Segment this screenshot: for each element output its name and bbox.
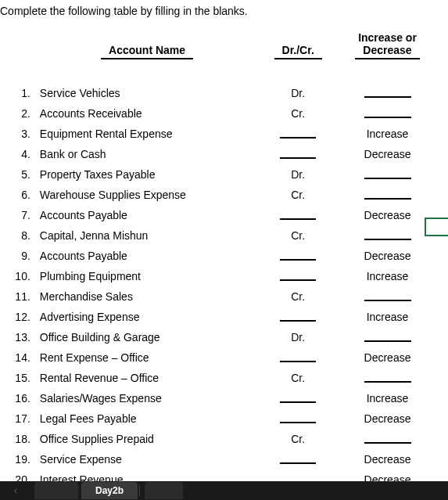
- table-row: 12.Advertising ExpenseIncrease: [0, 307, 438, 327]
- incdec-cell[interactable]: Decrease: [337, 449, 438, 469]
- worksheet-table: Account Name Dr./Cr. Increase or Decreas…: [0, 28, 438, 490]
- incdec-cell[interactable]: Decrease: [337, 408, 438, 429]
- blank-field[interactable]: [364, 196, 411, 200]
- blank-field[interactable]: [280, 135, 316, 138]
- row-number: 6.: [0, 185, 35, 205]
- drcr-cell[interactable]: Dr.: [259, 83, 337, 103]
- drcr-cell[interactable]: Cr.: [259, 225, 337, 246]
- account-name: Plumbing Equipment: [35, 266, 260, 286]
- row-number: 18.: [0, 429, 35, 449]
- incdec-cell[interactable]: [337, 429, 438, 449]
- drcr-cell[interactable]: [259, 408, 337, 429]
- blank-field[interactable]: [364, 379, 411, 383]
- incdec-cell[interactable]: [337, 327, 438, 347]
- row-number: 4.: [0, 144, 35, 164]
- account-name: Office Supplies Prepaid: [35, 429, 260, 449]
- drcr-cell[interactable]: Dr.: [259, 327, 337, 347]
- blank-field[interactable]: [280, 156, 316, 159]
- blank-field[interactable]: [364, 176, 411, 179]
- table-row: 9.Accounts PayableDecrease: [0, 246, 438, 266]
- blank-field[interactable]: [364, 298, 411, 301]
- tab-nav-prev[interactable]: ‹: [0, 485, 31, 496]
- blank-field[interactable]: [280, 318, 316, 322]
- blank-field[interactable]: [280, 420, 316, 423]
- account-name: Accounts Receivable: [35, 103, 260, 124]
- incdec-cell[interactable]: Decrease: [337, 205, 438, 225]
- table-row: 13.Office Building & GarageDr.: [0, 327, 438, 347]
- blank-field[interactable]: [280, 461, 316, 464]
- blank-field[interactable]: [280, 359, 316, 362]
- incdec-cell[interactable]: [337, 103, 438, 124]
- sheet-tab-next[interactable]: [145, 482, 183, 499]
- blank-field[interactable]: [280, 257, 316, 261]
- row-number: 14.: [0, 347, 35, 368]
- table-row: 15.Rental Revenue – OfficeCr.: [0, 368, 438, 388]
- account-name: Salaries/Wages Expense: [35, 388, 260, 408]
- blank-field[interactable]: [364, 237, 411, 240]
- table-row: 7.Accounts PayableDecrease: [0, 205, 438, 225]
- drcr-cell[interactable]: Cr.: [259, 368, 337, 388]
- account-name: Warehouse Supplies Expense: [35, 185, 260, 205]
- incdec-cell[interactable]: Increase: [337, 124, 438, 144]
- blank-field[interactable]: [364, 115, 411, 118]
- row-number: 16.: [0, 388, 35, 408]
- incdec-cell[interactable]: [337, 164, 438, 185]
- drcr-cell[interactable]: Cr.: [259, 185, 337, 205]
- header-incdec: Increase or Decrease: [337, 28, 438, 63]
- drcr-cell[interactable]: Cr.: [259, 286, 337, 307]
- drcr-cell[interactable]: [259, 347, 337, 368]
- blank-field[interactable]: [364, 339, 411, 342]
- drcr-cell[interactable]: [259, 144, 337, 164]
- incdec-cell[interactable]: [337, 225, 438, 246]
- header-row: Account Name Dr./Cr. Increase or Decreas…: [0, 28, 438, 63]
- incdec-cell[interactable]: Increase: [337, 307, 438, 327]
- incdec-cell[interactable]: Decrease: [337, 246, 438, 266]
- account-name: Service Vehicles: [35, 83, 260, 103]
- sheet-tab-active[interactable]: Day2b: [81, 482, 138, 499]
- table-row: 6.Warehouse Supplies ExpenseCr.: [0, 185, 438, 205]
- row-number: 2.: [0, 103, 35, 124]
- account-name: Equipment Rental Expense: [35, 124, 260, 144]
- account-name: Rent Expense – Office: [35, 347, 260, 368]
- drcr-cell[interactable]: Dr.: [259, 164, 337, 185]
- incdec-cell[interactable]: Increase: [337, 388, 438, 408]
- selected-cell-indicator[interactable]: [425, 218, 448, 236]
- blank-field[interactable]: [280, 400, 316, 403]
- table-row: 5.Property Taxes PayableDr.: [0, 164, 438, 185]
- incdec-cell[interactable]: [337, 286, 438, 307]
- account-name: Accounts Payable: [35, 205, 260, 225]
- account-name: Merchandise Sales: [35, 286, 260, 307]
- incdec-cell[interactable]: Increase: [337, 266, 438, 286]
- incdec-cell[interactable]: [337, 83, 438, 103]
- table-row: 2.Accounts ReceivableCr.: [0, 103, 438, 124]
- table-row: 3.Equipment Rental ExpenseIncrease: [0, 124, 438, 144]
- drcr-cell[interactable]: [259, 124, 337, 144]
- drcr-cell[interactable]: Cr.: [259, 103, 337, 124]
- table-row: 18.Office Supplies PrepaidCr.: [0, 429, 438, 449]
- account-name: Service Expense: [35, 449, 260, 469]
- table-row: 8.Capital, Jenna MishunCr.: [0, 225, 438, 246]
- account-name: Accounts Payable: [35, 246, 260, 266]
- drcr-cell[interactable]: [259, 307, 337, 327]
- table-row: 4.Bank or CashDecrease: [0, 144, 438, 164]
- row-number: 1.: [0, 83, 35, 103]
- incdec-cell[interactable]: Decrease: [337, 347, 438, 368]
- table-row: 19.Service ExpenseDecrease: [0, 449, 438, 469]
- drcr-cell[interactable]: [259, 449, 337, 469]
- blank-field[interactable]: [364, 95, 411, 98]
- drcr-cell[interactable]: Cr.: [259, 429, 337, 449]
- row-number: 7.: [0, 205, 35, 225]
- drcr-cell[interactable]: [259, 205, 337, 225]
- account-name: Legal Fees Payable: [35, 408, 260, 429]
- drcr-cell[interactable]: [259, 246, 337, 266]
- blank-field[interactable]: [280, 278, 316, 281]
- incdec-cell[interactable]: [337, 368, 438, 388]
- drcr-cell[interactable]: [259, 266, 337, 286]
- incdec-cell[interactable]: [337, 185, 438, 205]
- drcr-cell[interactable]: [259, 388, 337, 408]
- blank-field[interactable]: [364, 441, 411, 444]
- account-name: Property Taxes Payable: [35, 164, 260, 185]
- blank-field[interactable]: [280, 217, 316, 220]
- incdec-cell[interactable]: Decrease: [337, 144, 438, 164]
- sheet-tab-prev[interactable]: [34, 482, 78, 499]
